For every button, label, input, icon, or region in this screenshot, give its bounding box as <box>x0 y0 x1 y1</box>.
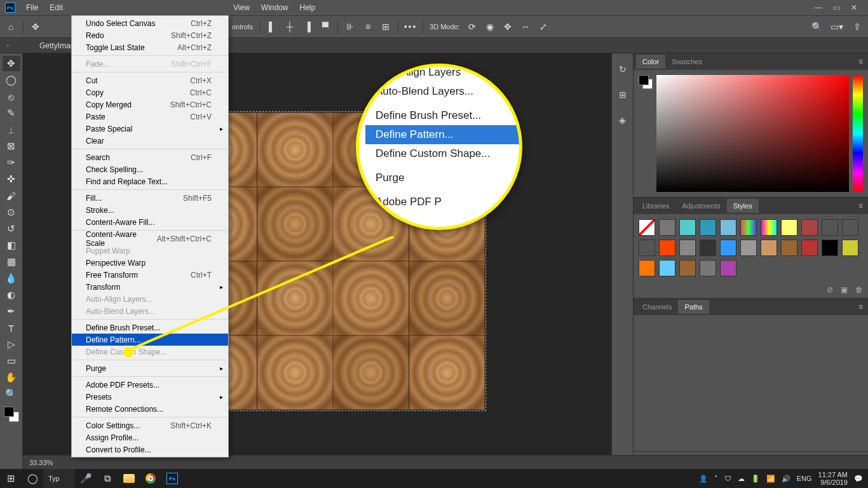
style-swatch[interactable] <box>639 219 655 236</box>
menu-item-toggle-last-state[interactable]: Toggle Last StateAlt+Ctrl+Z <box>72 41 228 53</box>
style-swatch[interactable] <box>740 219 757 236</box>
style-swatch[interactable] <box>822 240 838 256</box>
home-icon[interactable]: ⌂ <box>5 21 17 32</box>
delete-style-icon[interactable]: 🗑 <box>855 285 863 294</box>
move-tool[interactable]: ✥ <box>3 56 20 71</box>
style-swatch[interactable] <box>781 219 797 236</box>
menu-item-paste-special[interactable]: Paste Special <box>72 123 228 135</box>
eraser-tool[interactable]: ◧ <box>3 238 20 253</box>
3d-pan-icon[interactable]: ✥ <box>502 21 513 32</box>
menu-item-convert-to-profile[interactable]: Convert to Profile... <box>72 444 228 456</box>
chrome-icon[interactable] <box>140 469 161 488</box>
tray-clock[interactable]: 11:27 AM 9/6/2019 <box>818 471 848 486</box>
style-swatch[interactable] <box>801 219 818 236</box>
no-style-icon[interactable]: ⊘ <box>827 285 833 294</box>
menu-item-check-spelling[interactable]: Check Spelling... <box>72 163 228 175</box>
workspace-icon[interactable]: ▭▾ <box>831 21 843 32</box>
3d-orbit-icon[interactable]: ⟳ <box>466 21 478 32</box>
menu-item-perspective-warp[interactable]: Perspective Warp <box>72 257 228 269</box>
tray-wifi-icon[interactable]: 📶 <box>766 475 775 483</box>
color-tab[interactable]: Color <box>636 55 665 69</box>
style-swatch[interactable] <box>639 240 655 256</box>
search-icon[interactable]: 🔍 <box>811 21 822 32</box>
color-fg-bg[interactable] <box>639 75 653 192</box>
collapse-grip-icon[interactable]: » <box>6 43 19 48</box>
search-box[interactable]: Typ <box>43 469 75 488</box>
styles-tab[interactable]: Styles <box>727 199 759 213</box>
lasso-tool[interactable]: ⎋ <box>3 89 20 104</box>
color-field[interactable] <box>656 75 849 192</box>
style-swatch[interactable] <box>679 260 696 276</box>
menu-item-fill[interactable]: Fill...Shift+F5 <box>72 192 228 204</box>
dodge-tool[interactable]: ◐ <box>3 287 20 302</box>
style-swatch[interactable] <box>781 240 797 256</box>
panel-menu-icon[interactable]: ≡ <box>858 201 863 210</box>
menu-item-define-pattern[interactable]: Define Pattern... <box>72 334 228 346</box>
style-swatch[interactable] <box>700 219 716 236</box>
menu-item-purge[interactable]: Purge <box>72 362 228 374</box>
menu-item-content-aware-scale[interactable]: Content-Aware ScaleAlt+Shift+Ctrl+C <box>72 233 228 245</box>
menu-item-clear[interactable]: Clear <box>72 135 228 147</box>
pen-tool[interactable]: ✒ <box>3 304 20 319</box>
layers-panel-icon[interactable]: ◈ <box>616 113 630 127</box>
menu-file[interactable]: File <box>20 1 44 14</box>
crop-tool[interactable]: ⟂ <box>3 122 20 137</box>
window-minimize[interactable]: — <box>810 3 827 12</box>
menu-item-copy-merged[interactable]: Copy MergedShift+Ctrl+C <box>72 98 228 111</box>
align-top-icon[interactable]: ▀ <box>320 21 331 32</box>
style-swatch[interactable] <box>659 260 675 276</box>
menu-item-assign-profile[interactable]: Assign Profile... <box>72 431 228 444</box>
menu-item-color-settings[interactable]: Color Settings...Shift+Ctrl+K <box>72 419 228 431</box>
menu-help[interactable]: Help <box>294 1 322 14</box>
paths-tab[interactable]: Paths <box>678 300 709 314</box>
style-swatch[interactable] <box>659 240 675 256</box>
start-button[interactable]: ⊞ <box>0 469 22 488</box>
hue-slider[interactable] <box>853 75 863 192</box>
menu-edit[interactable]: Edit <box>44 1 69 14</box>
distribute-v-icon[interactable]: ≡ <box>362 21 374 32</box>
distribute-h-icon[interactable]: ⊪ <box>344 21 356 32</box>
gradient-tool[interactable]: ▦ <box>3 254 20 269</box>
menu-item-stroke[interactable]: Stroke... <box>72 204 228 216</box>
paths-list[interactable] <box>634 315 868 451</box>
style-swatch[interactable] <box>659 219 675 236</box>
style-swatch[interactable] <box>720 240 736 256</box>
menu-item-copy[interactable]: CopyCtrl+C <box>72 86 228 98</box>
move-tool-icon[interactable]: ✥ <box>30 21 41 32</box>
adjustments-tab[interactable]: Adjustments <box>675 199 727 213</box>
more-options-icon[interactable]: ••• <box>405 21 416 32</box>
menu-item-presets[interactable]: Presets <box>72 391 228 403</box>
hand-tool[interactable]: ✋ <box>3 370 20 385</box>
rectangle-tool[interactable]: ▭ <box>3 353 20 369</box>
tray-notifications-icon[interactable]: 💬 <box>854 475 863 483</box>
menu-item-paste[interactable]: PasteCtrl+V <box>72 111 228 123</box>
style-swatch[interactable] <box>842 240 858 256</box>
cortana-icon[interactable]: ◯ <box>22 469 43 488</box>
menu-item-free-transform[interactable]: Free TransformCtrl+T <box>72 269 228 281</box>
style-swatch[interactable] <box>679 219 696 236</box>
tray-security-icon[interactable]: 🛡 <box>724 475 731 482</box>
menu-view[interactable]: View <box>227 1 255 14</box>
style-swatch[interactable] <box>679 240 696 256</box>
healing-tool[interactable]: ✜ <box>3 172 20 187</box>
menu-item-transform[interactable]: Transform <box>72 281 228 293</box>
style-swatch[interactable] <box>801 240 818 256</box>
properties-panel-icon[interactable]: ⊞ <box>616 88 630 102</box>
blur-tool[interactable]: 💧 <box>3 271 20 286</box>
panel-menu-icon[interactable]: ≡ <box>858 57 863 66</box>
3d-zoom-icon[interactable]: ⤢ <box>538 21 549 32</box>
align-center-h-icon[interactable]: ┼ <box>284 21 295 32</box>
task-view-icon[interactable]: ⧉ <box>97 469 118 488</box>
style-swatch[interactable] <box>639 260 655 276</box>
clone-tool[interactable]: ⊙ <box>3 205 20 220</box>
menu-item-define-brush-preset[interactable]: Define Brush Preset... <box>72 322 228 334</box>
style-swatch[interactable] <box>720 260 736 276</box>
style-swatch[interactable] <box>700 240 716 256</box>
photoshop-taskbar-icon[interactable]: Ps <box>161 469 183 488</box>
style-swatch[interactable] <box>740 240 757 256</box>
3d-roll-icon[interactable]: ◉ <box>484 21 496 32</box>
menu-item-content-aware-fill[interactable]: Content-Aware Fill... <box>72 216 228 228</box>
path-select-tool[interactable]: ▷ <box>3 337 20 352</box>
tray-cloud-icon[interactable]: ☁ <box>738 475 745 483</box>
style-swatch[interactable] <box>761 240 777 256</box>
